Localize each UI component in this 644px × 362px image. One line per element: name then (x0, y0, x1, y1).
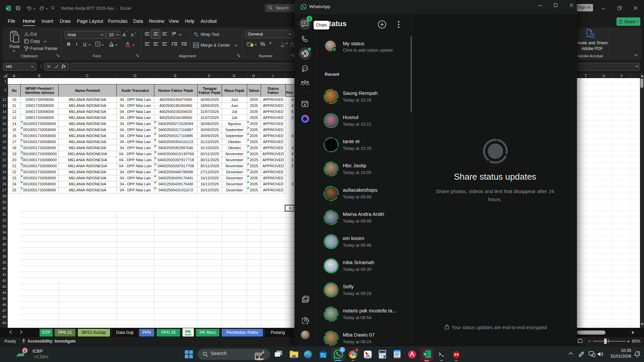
svg-text:.00: .00 (280, 45, 284, 48)
svg-text:←0: ←0 (284, 42, 288, 45)
svg-text:x: x (424, 352, 426, 356)
svg-text:ab: ab (194, 32, 197, 35)
svg-text:x: x (6, 7, 8, 10)
